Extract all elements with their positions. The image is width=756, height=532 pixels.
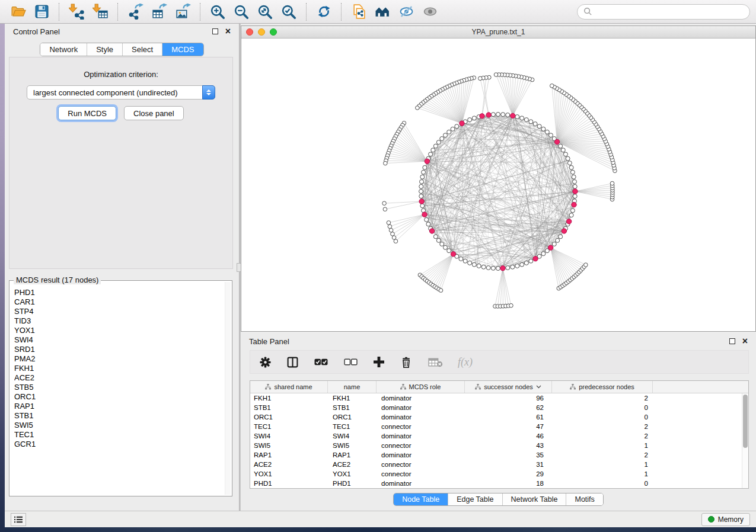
table-row[interactable]: STB1STB1dominator620	[250, 403, 742, 412]
mcds-result-item[interactable]: STB1	[14, 411, 222, 421]
column-header-predecessor-nodes[interactable]: predecessor nodes	[552, 381, 653, 393]
float-table-panel-icon[interactable]	[729, 338, 735, 344]
close-panel-button[interactable]: Close panel	[124, 106, 184, 120]
search-input[interactable]	[596, 7, 744, 16]
table-cell: connector	[377, 469, 465, 479]
tab-mcds[interactable]: MCDS	[162, 43, 203, 56]
column-header-filler	[653, 381, 748, 393]
mcds-result-item[interactable]: SRD1	[14, 345, 222, 354]
table-settings-button[interactable]	[259, 355, 272, 368]
add-column-button[interactable]	[372, 355, 385, 368]
select-all-icon	[314, 358, 328, 366]
function-builder-button[interactable]: f(x)	[458, 356, 473, 368]
table-row[interactable]: ACE2ACE2connector311	[250, 460, 742, 469]
import-network-button[interactable]	[65, 2, 88, 22]
tab-edge-table[interactable]: Edge Table	[448, 493, 502, 505]
table-row[interactable]: YOX1YOX1connector291	[250, 469, 742, 479]
open-folder-icon	[10, 4, 26, 20]
table-cell: dominator	[377, 393, 465, 403]
close-window-icon[interactable]	[246, 28, 253, 36]
mcds-result-item[interactable]: CAR1	[14, 297, 222, 307]
zoom-selected-button[interactable]	[277, 2, 301, 22]
network-canvas[interactable]	[241, 39, 755, 331]
mcds-result-item[interactable]: SWI4	[14, 335, 222, 345]
table-row[interactable]: RAP1RAP1dominator352	[250, 450, 742, 460]
mcds-result-item[interactable]: FKH1	[14, 364, 222, 373]
table-scrollbar-thumb[interactable]	[743, 395, 748, 448]
control-panel-titlebar: Control Panel ×	[5, 24, 239, 39]
mcds-result-item[interactable]: YOX1	[14, 326, 222, 335]
table-cell-filler	[653, 479, 742, 488]
tab-style[interactable]: Style	[87, 43, 122, 56]
mcds-list-scrollbar[interactable]	[225, 282, 231, 495]
refresh-view-button[interactable]	[312, 2, 336, 22]
table-row[interactable]: SWI5SWI5connector431	[250, 441, 742, 450]
tab-motifs[interactable]: Motifs	[566, 493, 602, 505]
hide-selected-button[interactable]	[394, 2, 418, 22]
column-header-successor-nodes[interactable]: successor nodes	[465, 381, 552, 393]
table-row[interactable]: TEC1TEC1connector472	[250, 422, 742, 431]
column-header-name[interactable]: name	[328, 381, 377, 393]
export-table-button[interactable]	[147, 2, 171, 22]
mcds-result-item[interactable]: RAP1	[14, 402, 222, 411]
delete-table-button[interactable]	[427, 355, 444, 368]
save-session-button[interactable]	[30, 2, 53, 22]
tab-network[interactable]: Network	[40, 43, 87, 56]
table-row[interactable]: PHD1PHD1dominator180	[250, 479, 742, 488]
mcds-result-item[interactable]: STP4	[14, 307, 222, 316]
close-table-panel-icon[interactable]: ×	[742, 338, 748, 344]
export-network-button[interactable]	[123, 2, 147, 22]
tab-network-table[interactable]: Network Table	[502, 493, 566, 505]
zoom-out-button[interactable]	[229, 2, 253, 22]
memory-button[interactable]: Memory	[701, 513, 750, 526]
control-panel-title: Control Panel	[13, 27, 60, 36]
mcds-result-item[interactable]: SWI5	[14, 421, 222, 430]
show-all-button[interactable]	[418, 2, 442, 22]
mcds-result-item[interactable]: STB5	[14, 383, 222, 392]
float-panel-icon[interactable]	[212, 28, 218, 34]
delete-column-button[interactable]	[400, 355, 413, 368]
maximize-window-icon[interactable]	[270, 28, 277, 36]
table-cell-filler	[653, 450, 742, 460]
mcds-result-item[interactable]: GCR1	[14, 440, 222, 449]
table-row[interactable]: ORC1ORC1dominator610	[250, 412, 742, 422]
mcds-result-item[interactable]: ACE2	[14, 373, 222, 383]
deselect-all-rows-button[interactable]	[343, 355, 358, 368]
select-all-rows-button[interactable]	[313, 355, 328, 368]
network-graph[interactable]	[241, 39, 755, 331]
table-cell: 61	[465, 412, 552, 422]
zoom-fit-button[interactable]	[253, 2, 277, 22]
zoom-in-button[interactable]	[206, 2, 229, 22]
table-row[interactable]: SWI4SWI4dominator462	[250, 431, 742, 441]
gear-icon	[260, 357, 271, 368]
table-cell: 1	[552, 460, 653, 469]
mcds-result-item[interactable]: TID3	[14, 316, 222, 326]
mcds-result-item[interactable]: TEC1	[14, 430, 222, 440]
close-panel-icon[interactable]: ×	[225, 28, 231, 34]
table-row[interactable]: FKH1FKH1dominator962	[250, 393, 742, 403]
first-neighbors-button[interactable]	[371, 2, 394, 22]
table-cell: 0	[552, 403, 653, 412]
sort-descending-icon	[536, 385, 541, 389]
mcds-result-item[interactable]: PHD1	[14, 288, 222, 297]
tab-node-table[interactable]: Node Table	[394, 493, 448, 505]
column-header-mcds-role[interactable]: MCDS role	[377, 381, 465, 393]
import-table-button[interactable]	[88, 2, 112, 22]
duplicate-network-button[interactable]	[347, 2, 371, 22]
show-columns-button[interactable]	[286, 355, 299, 368]
column-header-shared-name[interactable]: shared name	[250, 381, 328, 393]
mcds-result-item[interactable]: ORC1	[14, 392, 222, 402]
open-file-button[interactable]	[6, 2, 30, 22]
run-mcds-button[interactable]: Run MCDS	[58, 106, 116, 120]
table-body: FKH1FKH1dominator962STB1STB1dominator620…	[250, 393, 742, 488]
tab-select[interactable]: Select	[122, 43, 162, 56]
optimization-criterion-select[interactable]: largest connected component (undirected)	[27, 85, 215, 100]
minimize-window-icon[interactable]	[258, 28, 265, 36]
export-image-button[interactable]	[171, 2, 194, 22]
table-cell: 1	[552, 441, 653, 450]
table-scrollbar[interactable]	[742, 393, 748, 488]
table-cell-filler	[653, 441, 742, 450]
show-panels-button[interactable]	[11, 513, 26, 526]
column-label: name	[344, 383, 361, 390]
mcds-result-item[interactable]: PMA2	[14, 354, 222, 364]
